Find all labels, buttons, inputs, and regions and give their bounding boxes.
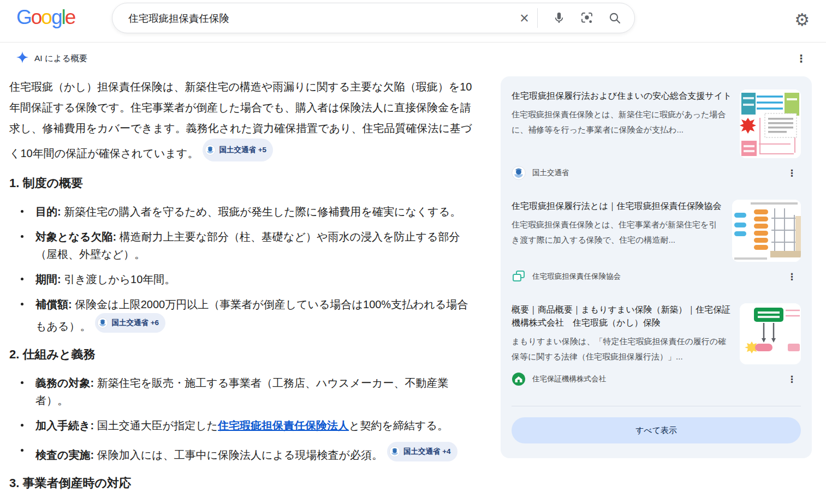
sparkle-icon: [16, 51, 28, 65]
google-logo[interactable]: Google: [16, 5, 75, 29]
bullet-lead: 加入手続き:: [35, 419, 94, 431]
source-card[interactable]: 住宅瑕疵担保履行法とは｜住宅瑕疵担保責任保険協会 住宅瑕疵担保責任保険とは、住宅…: [512, 200, 801, 284]
bullet-text: 新築住宅の購入者を守るため、瑕疵が発生した際に修補費用を確実になくする。: [61, 206, 461, 218]
card-source-name: 国土交通省: [532, 168, 569, 178]
logo-letter: o: [31, 6, 41, 28]
card-source-row: 住宅瑕疵担保責任保険協会 ⋮: [512, 269, 801, 284]
card-description: まもりすまい保険は、「特定住宅瑕疵担保責任の履行の確保等に関する法律（住宅瑕疵担…: [512, 334, 732, 364]
section-heading: 1. 制度の概要: [9, 176, 477, 191]
camera-lens-icon[interactable]: [580, 11, 593, 25]
logo-letter: e: [65, 6, 75, 28]
more-vertical-icon[interactable]: ⋮: [783, 374, 801, 385]
list-item: 目的: 新築住宅の購入者を守るため、瑕疵が発生した際に修補費用を確実になくする。: [35, 203, 477, 220]
bullet-lead: 義務の対象:: [35, 377, 94, 389]
search-icon[interactable]: [608, 11, 621, 25]
bullet-text: と契約を締結する。: [349, 419, 448, 431]
more-vertical-icon[interactable]: ⋮: [783, 167, 801, 178]
bullet-lead: 対象となる欠陥:: [35, 231, 116, 243]
card-source-name: 住宅保証機構株式会社: [532, 374, 606, 384]
ai-overview-label: AI による概要: [34, 53, 88, 64]
mlit-favicon-icon: [97, 317, 108, 328]
more-vertical-icon[interactable]: ⋮: [783, 271, 801, 282]
microphone-icon[interactable]: [552, 11, 566, 25]
card-description: 住宅瑕疵担保責任保険とは、住宅事業者が新築住宅を引き渡す際に加入する保険で、住宅…: [512, 217, 724, 248]
intro-paragraph: 住宅瑕疵（かし）担保責任保険は、新築住宅の構造や雨漏りに関する主要な欠陥（瑕疵）…: [9, 76, 477, 164]
top-search-bar: Google ×: [0, 0, 826, 43]
card-thumbnail: [732, 200, 801, 262]
card-description: 住宅瑕疵担保責任保険とは、新築住宅に瑕疵があった場合に、補修等を行った事業者に保…: [512, 107, 732, 137]
show-all-button[interactable]: すべて表示: [512, 417, 801, 443]
list-item: 対象となる欠陥: 構造耐力上主要な部分（柱、基礎など）や雨水の浸入を防止する部分…: [35, 228, 477, 263]
source-card[interactable]: 概要｜商品概要｜まもりすまい保険（新築）｜住宅保証機構株式会社 住宅瑕疵（かし）…: [512, 303, 801, 386]
mlit-favicon-icon: [512, 166, 526, 180]
bullet-lead: 期間:: [35, 273, 61, 285]
section-2-list: 義務の対象: 新築住宅を販売・施工する事業者（工務店、ハウスメーカー、不動産業者…: [9, 374, 477, 464]
card-title: 住宅瑕疵担保履行法および住まいの安心総合支援サイト: [512, 89, 732, 103]
section-heading: 3. 事業者倒産時の対応: [9, 476, 477, 491]
bullet-lead: 検査の実施:: [35, 449, 94, 461]
kyokai-favicon-icon: [512, 269, 526, 284]
mlit-favicon-icon: [205, 145, 216, 155]
search-box[interactable]: ×: [112, 3, 635, 33]
sources-sidebar: 住宅瑕疵担保履行法および住まいの安心総合支援サイト 住宅瑕疵担保責任保険とは、新…: [501, 76, 812, 458]
citation-chip[interactable]: 国土交通省 +6: [95, 313, 165, 333]
bullet-lead: 目的:: [35, 206, 61, 218]
bullet-text: 引き渡しから10年間。: [61, 273, 176, 285]
ai-overview-body: 住宅瑕疵（かし）担保責任保険は、新築住宅の構造や雨漏りに関する主要な欠陥（瑕疵）…: [9, 76, 477, 504]
list-item: 加入手続き: 国土交通大臣が指定した住宅瑕疵担保責任保険法人と契約を締結する。: [35, 417, 477, 434]
mlit-favicon-icon: [389, 446, 400, 457]
citation-label: 国土交通省 +6: [111, 314, 159, 332]
citation-chip[interactable]: 国土交通省 +5: [203, 139, 273, 161]
search-divider: [537, 8, 538, 28]
list-item: 期間: 引き渡しから10年間。: [35, 271, 477, 288]
logo-letter: o: [41, 6, 51, 28]
inline-link[interactable]: 住宅瑕疵担保責任保険法人: [218, 419, 349, 431]
card-source-row: 住宅保証機構株式会社 ⋮: [512, 372, 801, 386]
kiko-favicon-icon: [512, 372, 526, 386]
bullet-text: 保険加入には、工事中に保険法人による現場検査が必須。: [94, 449, 383, 461]
source-card[interactable]: 住宅瑕疵担保履行法および住まいの安心総合支援サイト 住宅瑕疵担保責任保険とは、新…: [512, 89, 801, 180]
logo-letter: G: [16, 6, 31, 28]
list-item: 補償額: 保険金は上限2000万円以上（事業者が倒産している場合は100%支払わ…: [35, 296, 477, 335]
search-input[interactable]: [127, 11, 512, 25]
citation-chip[interactable]: 国土交通省 +4: [387, 442, 457, 461]
clear-icon[interactable]: ×: [512, 11, 537, 25]
card-source-name: 住宅瑕疵担保責任保険協会: [532, 272, 621, 281]
bullet-lead: 補償額:: [35, 298, 72, 310]
card-thumbnail: [740, 303, 801, 364]
card-title: 概要｜商品概要｜まもりすまい保険（新築）｜住宅保証機構株式会社 住宅瑕疵（かし）…: [512, 303, 732, 329]
citation-label: 国土交通省 +5: [219, 140, 266, 160]
bullet-text: 新築住宅を販売・施工する事業者（工務店、ハウスメーカー、不動産業者）。: [35, 377, 448, 406]
card-title: 住宅瑕疵担保履行法とは｜住宅瑕疵担保責任保険協会: [512, 200, 724, 213]
card-thumbnail: [740, 89, 801, 158]
sidebar-divider: [512, 406, 801, 406]
bullet-text: 国土交通大臣が指定した: [94, 419, 218, 431]
section-1-list: 目的: 新築住宅の購入者を守るため、瑕疵が発生した際に修補費用を確実になくする。…: [9, 203, 477, 335]
settings-gear-icon[interactable]: ⚙: [794, 9, 810, 31]
list-item: 検査の実施: 保険加入には、工事中に保険法人による現場検査が必須。 国土交通省 …: [35, 442, 477, 464]
more-vertical-icon[interactable]: ⋮: [793, 52, 810, 64]
section-heading: 2. 仕組みと義務: [9, 347, 477, 362]
ai-overview-header: AI による概要 ⋮: [16, 51, 810, 65]
card-source-row: 国土交通省 ⋮: [512, 166, 801, 180]
citation-label: 国土交通省 +4: [403, 443, 451, 460]
list-item: 義務の対象: 新築住宅を販売・施工する事業者（工務店、ハウスメーカー、不動産業者…: [35, 374, 477, 409]
logo-letter: g: [51, 6, 62, 28]
